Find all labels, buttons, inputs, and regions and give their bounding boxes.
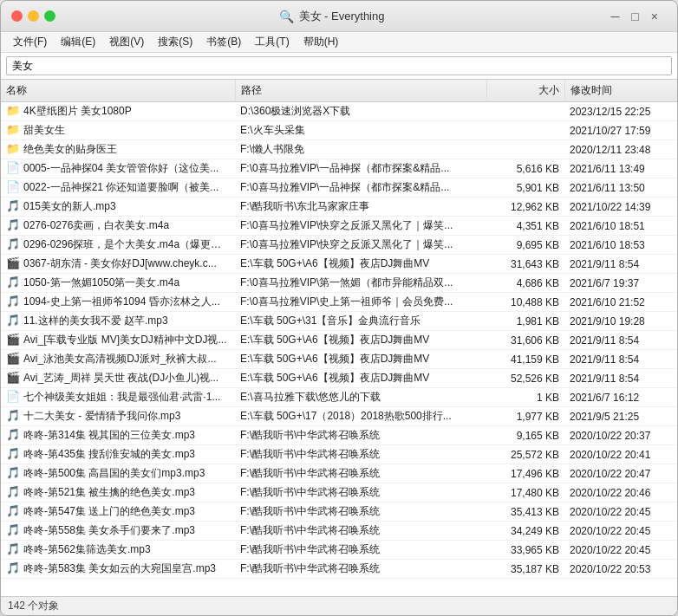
title-bar: 🔍 美女 - Everything ─ □ × bbox=[1, 1, 677, 32]
title-text: 🔍 美女 - Everything bbox=[66, 9, 597, 24]
maximize-button[interactable] bbox=[44, 10, 55, 22]
cell-date: 2021/10/27 17:59 bbox=[564, 121, 677, 140]
cell-name: 🎬Avi_艺涛_周祥 昊天世 夜战(DJ小鱼儿)视... bbox=[1, 369, 235, 388]
cell-size: 4,351 KB bbox=[486, 217, 564, 236]
table-row[interactable]: 🎬Avi_艺涛_周祥 昊天世 夜战(DJ小鱼儿)视... E:\车载 50G+\… bbox=[1, 369, 677, 388]
table-row[interactable]: 📁绝色美女的贴身医王 F:\懒人书限免 2020/12/11 23:48 bbox=[1, 140, 677, 159]
menu-edit[interactable]: 编辑(E) bbox=[54, 33, 102, 51]
window-buttons bbox=[11, 10, 55, 22]
cell-name: 🎵咚咚-第583集 美女如云的大宛国皇宫.mp3 bbox=[1, 560, 235, 579]
cell-path: F:\酷我听书\中华武将召唤系统 bbox=[235, 426, 486, 445]
cell-size: 31,643 KB bbox=[486, 255, 564, 274]
cell-date: 2020/10/22 20:37 bbox=[564, 426, 677, 445]
table-row[interactable]: 📄0022-一品神探21 你还知道要脸啊（被美... F:\0喜马拉雅VIP\一… bbox=[1, 178, 677, 198]
table-row[interactable]: 📁甜美女生 E:\火车头采集 2021/10/27 17:59 bbox=[1, 121, 677, 140]
win-minimize-btn[interactable]: ─ bbox=[605, 8, 624, 25]
app-icon: 🔍 bbox=[279, 10, 294, 23]
menu-bookmarks[interactable]: 书签(B) bbox=[199, 33, 248, 51]
table-row[interactable]: 🎵十二大美女 - 爱情猜予我问你.mp3 E:\车载 50G+\17（2018）… bbox=[1, 407, 677, 426]
minimize-button[interactable] bbox=[28, 10, 39, 22]
cell-name: 🎵015美女的新人.mp3 bbox=[1, 198, 235, 217]
menu-tools[interactable]: 工具(T) bbox=[248, 33, 296, 51]
win-maximize-btn[interactable]: □ bbox=[626, 8, 643, 25]
cell-name: 🎵0296-0296探班，是个大美女.m4a（爆更开... bbox=[1, 236, 235, 255]
table-row[interactable]: 🎬0367-胡东清 - 美女你好DJ[www.cheyk.c... E:\车载 … bbox=[1, 255, 677, 274]
file-icon: 🎬 bbox=[6, 352, 20, 365]
col-header-path[interactable]: 路径 bbox=[235, 80, 486, 102]
file-icon: 📄 bbox=[6, 161, 20, 174]
window-controls: ─ □ × bbox=[605, 8, 663, 25]
table-row[interactable]: 🎵咚咚-第558集 美女杀手们要来了.mp3 F:\酷我听书\中华武将召唤系统 … bbox=[1, 522, 677, 541]
cell-date: 2021/6/10 18:53 bbox=[564, 236, 677, 255]
file-icon: 🎵 bbox=[6, 447, 20, 460]
table-row[interactable]: 🎬Avi_泳池美女高清视频DJ派对_秋裤大叔... E:\车载 50G+\A6【… bbox=[1, 350, 677, 369]
table-row[interactable]: 🎵1050-第一煞媚1050第一美女.m4a F:\0喜马拉雅VIP\第一煞媚（… bbox=[1, 274, 677, 293]
close-button[interactable] bbox=[11, 10, 23, 22]
cell-path: E:\喜马拉雅下载\悠悠儿的下载 bbox=[235, 388, 486, 407]
cell-name: 🎬Avi_泳池美女高清视频DJ派对_秋裤大叔... bbox=[1, 350, 235, 369]
cell-size bbox=[486, 121, 564, 140]
cell-path: F:\酷我听书\中华武将召唤系统 bbox=[235, 522, 486, 541]
file-icon: 🎵 bbox=[6, 485, 20, 498]
table-row[interactable]: 📁4K壁纸图片 美女1080P D:\360极速浏览器X下载 2023/12/1… bbox=[1, 102, 677, 121]
cell-path: E:\车载 50G+\A6【视频】夜店DJ舞曲MV bbox=[235, 331, 486, 350]
win-close-btn[interactable]: × bbox=[646, 8, 663, 25]
cell-path: E:\车载 50G+\A6【视频】夜店DJ舞曲MV bbox=[235, 369, 486, 388]
table-row[interactable]: 📄七个神级美女姐姐：我是最强仙君·武雷·1... E:\喜马拉雅下载\悠悠儿的下… bbox=[1, 388, 677, 407]
cell-path: F:\酷我听书\中华武将召唤系统 bbox=[235, 503, 486, 522]
table-row[interactable]: 🎵1094-史上第一祖师爷1094 昏亦泫林之人... F:\0喜马拉雅VIP\… bbox=[1, 293, 677, 312]
file-icon: 🎵 bbox=[6, 428, 20, 441]
menu-search[interactable]: 搜索(S) bbox=[151, 33, 199, 51]
app-window: 🔍 美女 - Everything ─ □ × 文件(F) 编辑(E) 视图(V… bbox=[0, 0, 678, 616]
table-row[interactable]: 🎵咚咚-第547集 送上门的绝色美女.mp3 F:\酷我听书\中华武将召唤系统 … bbox=[1, 503, 677, 522]
menu-file[interactable]: 文件(F) bbox=[6, 33, 54, 51]
cell-size: 1 KB bbox=[486, 388, 564, 407]
table-row[interactable]: 📄0005-一品神探04 美女管管你好（这位美... F:\0喜马拉雅VIP\一… bbox=[1, 159, 677, 178]
cell-path: F:\酷我听书\中华武将召唤系统 bbox=[235, 560, 486, 579]
cell-date: 2021/6/7 19:37 bbox=[564, 274, 677, 293]
cell-date: 2020/10/22 20:45 bbox=[564, 541, 677, 560]
file-icon: 🎵 bbox=[6, 466, 20, 479]
cell-name: 🎵咚咚-第562集筛选美女.mp3 bbox=[1, 541, 235, 560]
cell-size: 25,572 KB bbox=[486, 445, 564, 464]
cell-date: 2020/10/22 20:45 bbox=[564, 503, 677, 522]
table-row[interactable]: 🎵015美女的新人.mp3 F:\酷我听书\东北马家家庄事 12,962 KB … bbox=[1, 198, 677, 217]
status-bar: 142 个对象 bbox=[1, 596, 677, 615]
cell-size bbox=[486, 140, 564, 159]
col-header-name[interactable]: 名称 bbox=[1, 80, 235, 102]
cell-size: 33,965 KB bbox=[486, 541, 564, 560]
cell-name: 🎵1050-第一煞媚1050第一美女.m4a bbox=[1, 274, 235, 293]
cell-date: 2023/12/15 22:25 bbox=[564, 102, 677, 121]
cell-date: 2021/6/10 18:51 bbox=[564, 217, 677, 236]
cell-size: 17,480 KB bbox=[486, 483, 564, 503]
menu-help[interactable]: 帮助(H) bbox=[297, 33, 346, 51]
table-row[interactable]: 🎬Avi_[车载专业版 MV]美女DJ精神中文DJ视... E:\车载 50G+… bbox=[1, 331, 677, 350]
cell-name: 🎵咚咚-第521集 被生擒的绝色美女.mp3 bbox=[1, 483, 235, 503]
file-icon: 🎬 bbox=[6, 256, 20, 269]
cell-path: F:\酷我听书\东北马家家庄事 bbox=[235, 198, 486, 217]
table-row[interactable]: 🎵0276-0276卖画，白衣美女.m4a F:\0喜马拉雅VIP\快穿之反派又… bbox=[1, 217, 677, 236]
table-header: 名称 路径 大小 修改时间 bbox=[1, 80, 677, 102]
table-row[interactable]: 🎵咚咚-第562集筛选美女.mp3 F:\酷我听书\中华武将召唤系统 33,96… bbox=[1, 541, 677, 560]
cell-name: 🎵0276-0276卖画，白衣美女.m4a bbox=[1, 217, 235, 236]
cell-date: 2020/10/22 20:45 bbox=[564, 522, 677, 541]
col-header-date[interactable]: 修改时间 bbox=[564, 80, 677, 102]
file-icon: 🎵 bbox=[6, 218, 20, 231]
cell-name: 🎵咚咚-第435集 搜刮淮安城的美女.mp3 bbox=[1, 445, 235, 464]
table-row[interactable]: 🎵咚咚-第521集 被生擒的绝色美女.mp3 F:\酷我听书\中华武将召唤系统 … bbox=[1, 483, 677, 503]
cell-path: E:\车载 50G+\A6【视频】夜店DJ舞曲MV bbox=[235, 350, 486, 369]
table-row[interactable]: 🎵咚咚-第583集 美女如云的大宛国皇宫.mp3 F:\酷我听书\中华武将召唤系… bbox=[1, 560, 677, 579]
menu-view[interactable]: 视图(V) bbox=[102, 33, 151, 51]
file-icon: 📄 bbox=[6, 390, 20, 403]
cell-name: 🎵十二大美女 - 爱情猜予我问你.mp3 bbox=[1, 407, 235, 426]
table-row[interactable]: 🎵咚咚-第314集 视其国的三位美女.mp3 F:\酷我听书\中华武将召唤系统 … bbox=[1, 426, 677, 445]
cell-name: 🎵咚咚-第558集 美女杀手们要来了.mp3 bbox=[1, 522, 235, 541]
table-row[interactable]: 🎵咚咚-第500集 高昌国的美女们mp3.mp3 F:\酷我听书\中华武将召唤系… bbox=[1, 464, 677, 483]
search-input[interactable] bbox=[6, 56, 672, 75]
cell-size: 35,187 KB bbox=[486, 560, 564, 579]
table-row[interactable]: 🎵0296-0296探班，是个大美女.m4a（爆更开... F:\0喜马拉雅VI… bbox=[1, 236, 677, 255]
table-row[interactable]: 🎵11.这样的美女我不爱 赵芊.mp3 E:\车载 50G+\31【音乐】金典流… bbox=[1, 312, 677, 331]
col-header-size[interactable]: 大小 bbox=[486, 80, 564, 102]
file-icon: 🎵 bbox=[6, 295, 20, 308]
table-row[interactable]: 🎵咚咚-第435集 搜刮淮安城的美女.mp3 F:\酷我听书\中华武将召唤系统 … bbox=[1, 445, 677, 464]
